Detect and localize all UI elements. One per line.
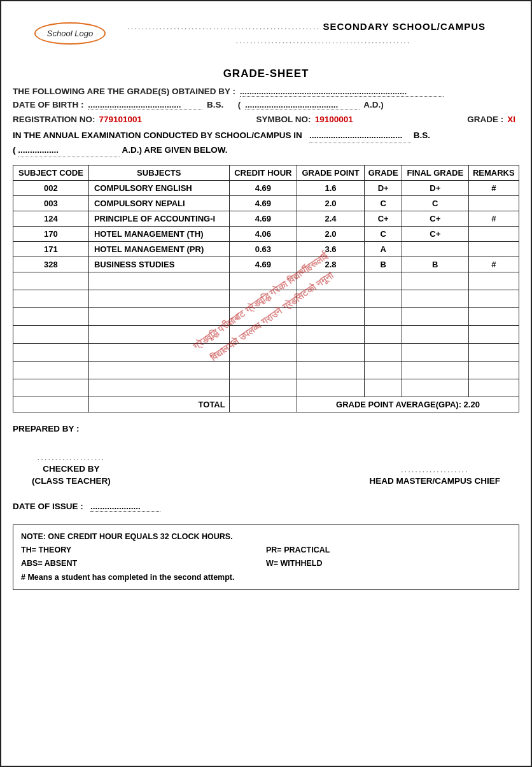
cell-grade-point: 2.0 xyxy=(297,196,364,211)
cell-final-grade xyxy=(402,242,468,257)
cell-grade-point: 2.0 xyxy=(297,227,364,242)
school-name-label: SECONDARY SCHOOL/CAMPUS xyxy=(323,21,486,32)
cell-code xyxy=(13,344,89,362)
following-dots: ........................................… xyxy=(240,87,444,97)
symbol-label: SYMBOL NO: xyxy=(256,115,311,124)
cell-credit xyxy=(229,344,297,362)
dob-bs-suffix: B.S. xyxy=(207,100,223,109)
cell-grade-point: 1.6 xyxy=(297,181,364,196)
cell-credit xyxy=(229,290,297,308)
cell-final-grade xyxy=(402,362,468,379)
headmaster-label: HEAD MASTER/CAMPUS CHIEF xyxy=(369,475,500,488)
cell-grade-point xyxy=(297,344,364,362)
cell-remarks xyxy=(468,379,519,397)
exam-ad-open: ( xyxy=(13,145,16,155)
checked-label: CHECKED BY xyxy=(32,463,111,475)
cell-remarks xyxy=(468,362,519,379)
cell-grade xyxy=(365,290,402,308)
cell-final-grade xyxy=(402,379,468,397)
cell-credit xyxy=(229,308,297,326)
date-issue-dots: ..................... xyxy=(90,502,160,512)
gpa-label: GRADE POINT AVERAGE(GPA): 2.20 xyxy=(297,397,519,412)
total-empty2 xyxy=(229,397,297,412)
title-text: GRADE-SHEET xyxy=(223,67,309,80)
cell-final-grade: C+ xyxy=(402,227,468,242)
note-box: NOTE: ONE CREDIT HOUR EQUALS 32 CLOCK HO… xyxy=(13,524,519,590)
note-w: W= WITHHELD xyxy=(266,557,511,570)
cell-grade: C xyxy=(365,196,402,211)
dob-ad-close: A.D.) xyxy=(363,100,384,109)
cell-code xyxy=(13,272,89,290)
header: School Logo ............................… xyxy=(13,8,519,59)
cell-final-grade xyxy=(402,344,468,362)
cell-grade-point xyxy=(297,379,364,397)
col-final-grade: FINAL GRADE xyxy=(402,165,468,181)
col-final-grade-label: FINAL GRADE xyxy=(407,168,464,178)
cell-final-grade xyxy=(402,290,468,308)
cell-final-grade: C+ xyxy=(402,211,468,227)
gpa-row: TOTAL GRADE POINT AVERAGE(GPA): 2.20 xyxy=(13,397,519,412)
table-row: 002COMPULSORY ENGLISH4.691.6D+D+# xyxy=(13,181,519,196)
reg-label: REGISTRATION NO: xyxy=(13,115,95,124)
cell-credit: 4.69 xyxy=(229,181,297,196)
cell-code xyxy=(13,362,89,379)
school-logo: School Logo xyxy=(34,22,106,45)
prepared-by-label: PREPARED BY : xyxy=(13,424,80,433)
exam-label: IN THE ANNUAL EXAMINATION CONDUCTED BY S… xyxy=(13,130,302,140)
cell-grade-point xyxy=(297,362,364,379)
col-grade: GRADE xyxy=(365,165,402,181)
headmaster-block: ................... HEAD MASTER/CAMPUS C… xyxy=(369,465,500,488)
cell-credit: 0.63 xyxy=(229,242,297,257)
cell-subject: HOTEL MANAGEMENT (PR) xyxy=(88,242,229,257)
exam-ad-close: A.D.) ARE GIVEN BELOW. xyxy=(122,145,228,155)
col-remarks: REMARKS xyxy=(468,165,519,181)
cell-final-grade: C xyxy=(402,196,468,211)
dob-bs-dots: ....................................... xyxy=(88,100,202,110)
table-row xyxy=(13,272,519,290)
exam-line: IN THE ANNUAL EXAMINATION CONDUCTED BY S… xyxy=(13,129,519,157)
page: School Logo ............................… xyxy=(0,0,532,767)
note-abs: ABS= ABSENT xyxy=(21,557,266,570)
cell-grade-point xyxy=(297,290,364,308)
date-issue-label: DATE OF ISSUE : xyxy=(13,502,83,511)
signatures: ................... CHECKED BY (CLASS TE… xyxy=(32,453,500,488)
col-grade-label: GRADE xyxy=(368,168,398,178)
col-remarks-label: REMARKS xyxy=(473,168,515,178)
cell-subject xyxy=(88,379,229,397)
school-name-dots: ........................................… xyxy=(127,22,320,31)
cell-subject: BUSINESS STUDIES xyxy=(88,257,229,272)
cell-grade xyxy=(365,344,402,362)
gpa-label-text: GRADE POINT AVERAGE(GPA): 2.20 xyxy=(336,400,480,409)
col-credit-hour: CREDIT HOUR xyxy=(229,165,297,181)
note-pr: PR= PRACTICAL xyxy=(266,544,511,557)
note-th: TH= THEORY xyxy=(21,544,266,557)
cell-subject xyxy=(88,272,229,290)
cell-subject xyxy=(88,344,229,362)
cell-code: 124 xyxy=(13,211,89,227)
cell-grade xyxy=(365,379,402,397)
cell-grade-point xyxy=(297,272,364,290)
address-dots: ........................................… xyxy=(236,36,411,45)
exam-bs: B.S. xyxy=(414,130,430,140)
table-row xyxy=(13,379,519,397)
cell-subject: COMPULSORY ENGLISH xyxy=(88,181,229,196)
cell-final-grade xyxy=(402,272,468,290)
cell-remarks xyxy=(468,242,519,257)
dob-ad-open: ( xyxy=(238,100,241,109)
cell-grade: C+ xyxy=(365,211,402,227)
cell-credit xyxy=(229,272,297,290)
reg-value: 779101001 xyxy=(99,115,143,124)
table-row xyxy=(13,362,519,379)
cell-grade-point: 3.6 xyxy=(297,242,364,257)
table-row: 003COMPULSORY NEPALI4.692.0CC xyxy=(13,196,519,211)
cell-grade: B xyxy=(365,257,402,272)
cell-subject xyxy=(88,362,229,379)
cell-credit: 4.06 xyxy=(229,227,297,242)
cell-subject xyxy=(88,308,229,326)
cell-final-grade xyxy=(402,326,468,344)
cell-code xyxy=(13,379,89,397)
cell-grade xyxy=(365,308,402,326)
note-grid: TH= THEORY PR= PRACTICAL ABS= ABSENT W= … xyxy=(21,544,511,571)
header-right: ........................................… xyxy=(127,20,519,46)
cell-grade xyxy=(365,362,402,379)
